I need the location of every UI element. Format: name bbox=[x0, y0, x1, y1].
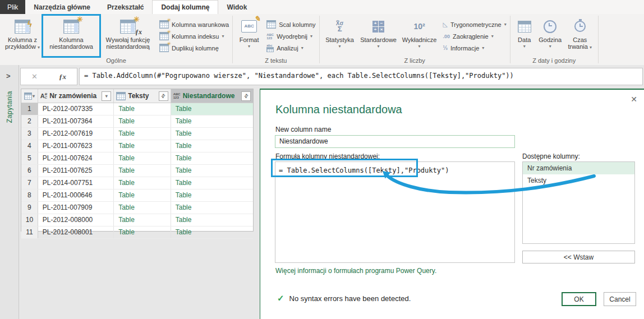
cancel-button[interactable]: Cancel bbox=[604, 292, 636, 306]
cancel-formula-icon[interactable]: ✕ bbox=[31, 72, 38, 81]
parse-button[interactable]: abc Analizuj ▾ bbox=[266, 43, 315, 53]
expand-queries-pane-icon[interactable]: > bbox=[6, 72, 11, 80]
cell-order-id[interactable]: PL-2012-008001 bbox=[38, 226, 114, 238]
tab-home[interactable]: Narzędzia główne bbox=[25, 0, 99, 14]
cell-niestandardowe-table-link[interactable]: Table bbox=[171, 226, 253, 238]
cell-teksty-table-link[interactable]: Table bbox=[114, 103, 171, 115]
queries-pane-label[interactable]: Zapytania bbox=[6, 91, 13, 123]
ok-button[interactable]: OK bbox=[562, 292, 596, 306]
extract-button[interactable]: ABC123 Wyodrębnij ▾ bbox=[266, 31, 315, 41]
available-column-item[interactable]: Nr zamówienia bbox=[523, 162, 634, 174]
cell-niestandardowe-table-link[interactable]: Table bbox=[171, 152, 253, 164]
power-query-help-link[interactable]: Więcej informacji o formułach programu P… bbox=[275, 267, 436, 275]
select-all-button[interactable]: ▾ bbox=[21, 89, 38, 103]
cell-order-id[interactable]: PL-2011-007624 bbox=[38, 152, 114, 164]
cell-niestandardowe-table-link[interactable]: Table bbox=[171, 177, 253, 189]
conditional-column-button[interactable]: ✳ Kolumna warunkowa bbox=[159, 20, 229, 29]
cell-teksty-table-link[interactable]: Table bbox=[114, 152, 171, 164]
filter-button[interactable]: ▾ bbox=[102, 91, 111, 101]
fx-icon[interactable]: ƒx bbox=[59, 72, 66, 81]
row-number[interactable]: 6 bbox=[21, 165, 38, 177]
column-header-niestandardowe[interactable]: ABC123 Niestandardowe ⇄ bbox=[171, 89, 253, 103]
merge-columns-button[interactable]: Scal kolumny bbox=[266, 20, 315, 29]
tab-add-column[interactable]: Dodaj kolumnę bbox=[152, 0, 218, 14]
row-number[interactable]: 5 bbox=[21, 152, 38, 164]
column-from-examples-button[interactable]: ϟ Kolumna z przykładów ▾ bbox=[2, 15, 43, 57]
cell-teksty-table-link[interactable]: Table bbox=[114, 226, 171, 238]
cell-teksty-table-link[interactable]: Table bbox=[114, 165, 171, 177]
row-number[interactable]: 9 bbox=[21, 202, 38, 214]
scientific-button[interactable]: 10² Wykładnicze ▾ bbox=[399, 15, 440, 57]
cell-teksty-table-link[interactable]: Table bbox=[114, 115, 171, 127]
row-number[interactable]: 8 bbox=[21, 189, 38, 201]
available-columns-list[interactable]: Nr zamówieniaTeksty bbox=[522, 161, 635, 244]
rounding-button[interactable]: .00 Zaokrąglenie ▾ bbox=[443, 31, 507, 41]
column-header-nr-zamowienia[interactable]: ABC Nr zamówienia ▾ bbox=[38, 89, 114, 103]
custom-formula-text: = Table.SelectColumns([Teksty],"Produkty… bbox=[279, 167, 449, 174]
date-button[interactable]: Data ▾ bbox=[513, 15, 536, 57]
cell-order-id[interactable]: PL-2011-007625 bbox=[38, 165, 114, 177]
text-type-icon: ABC bbox=[40, 93, 47, 100]
row-number[interactable]: 3 bbox=[21, 128, 38, 140]
duration-button[interactable]: Czas trwania ▾ bbox=[564, 15, 596, 57]
available-column-item[interactable]: Teksty bbox=[523, 174, 634, 187]
cell-order-id[interactable]: PL-2012-008000 bbox=[38, 214, 114, 226]
invoke-custom-function-button[interactable]: ✳ƒx Wywołaj funkcję niestandardową bbox=[100, 15, 156, 57]
table-row: 3PL-2012-007619TableTable bbox=[21, 128, 253, 140]
table-icon bbox=[24, 93, 32, 100]
cell-niestandardowe-table-link[interactable]: Table bbox=[171, 140, 253, 152]
tab-transform[interactable]: Przekształć bbox=[99, 0, 152, 14]
table-row: 8PL-2011-000646TableTable bbox=[21, 189, 253, 202]
row-number[interactable]: 2 bbox=[21, 115, 38, 127]
new-column-name-input[interactable]: Niestandardowe bbox=[275, 135, 515, 148]
cell-teksty-table-link[interactable]: Table bbox=[114, 214, 171, 226]
format-button[interactable]: ABC✎ Format ▾ bbox=[235, 15, 263, 57]
cell-teksty-table-link[interactable]: Table bbox=[114, 140, 171, 152]
row-number[interactable]: 4 bbox=[21, 140, 38, 152]
row-number[interactable]: 11 bbox=[21, 226, 38, 238]
row-number[interactable]: 10 bbox=[21, 214, 38, 226]
cell-niestandardowe-table-link[interactable]: Table bbox=[171, 103, 253, 115]
formula-input[interactable]: = Table.AddColumn(#"Pogrupowano wiersze"… bbox=[79, 68, 643, 85]
information-button[interactable]: ⅓ Informacje ▾ bbox=[443, 43, 507, 53]
insert-button[interactable]: << Wstaw bbox=[522, 251, 635, 263]
trigonometry-button[interactable]: ◺ Trygonometryczne ▾ bbox=[443, 20, 507, 29]
standard-button[interactable]: +−÷× Standardowe ▾ bbox=[358, 15, 399, 57]
table-row: 6PL-2011-007625TableTable bbox=[21, 165, 253, 177]
cell-niestandardowe-table-link[interactable]: Table bbox=[171, 202, 253, 214]
cell-niestandardowe-table-link[interactable]: Table bbox=[171, 128, 253, 140]
duplicate-column-button[interactable]: ✳ Duplikuj kolumnę bbox=[159, 43, 229, 53]
row-number[interactable]: 7 bbox=[21, 177, 38, 189]
custom-column-button[interactable]: ✳ Kolumna niestandardowa bbox=[43, 15, 100, 57]
cell-order-id[interactable]: PL-2011-007623 bbox=[38, 140, 114, 152]
group-label-general: Ogólne bbox=[2, 57, 230, 65]
tab-view[interactable]: Widok bbox=[218, 0, 255, 14]
cell-teksty-table-link[interactable]: Table bbox=[114, 202, 171, 214]
cell-niestandardowe-table-link[interactable]: Table bbox=[171, 165, 253, 177]
row-number[interactable]: 1 bbox=[21, 103, 38, 115]
any-type-icon: ABC123 bbox=[173, 93, 181, 99]
statistics-button[interactable]: X̄σΣ Statystyka ▾ bbox=[322, 15, 358, 57]
cell-order-id[interactable]: PL-2012-007619 bbox=[38, 128, 114, 140]
cell-teksty-table-link[interactable]: Table bbox=[114, 128, 171, 140]
time-button[interactable]: Godzina ▾ bbox=[536, 15, 564, 57]
expand-column-button[interactable]: ⇄ bbox=[241, 91, 251, 101]
group-label-from-text: Z tekstu bbox=[235, 57, 316, 65]
dropdown-arrow-icon: ▾ bbox=[310, 34, 312, 39]
close-icon[interactable]: ✕ bbox=[631, 95, 637, 104]
tab-file[interactable]: Plik bbox=[0, 0, 25, 14]
cell-niestandardowe-table-link[interactable]: Table bbox=[171, 189, 253, 201]
cell-order-id[interactable]: PL-2012-007335 bbox=[38, 103, 114, 115]
cell-order-id[interactable]: PL-2011-007364 bbox=[38, 115, 114, 127]
expand-column-button[interactable]: ⇄ bbox=[159, 91, 168, 101]
custom-formula-input[interactable]: = Table.SelectColumns([Teksty],"Produkty… bbox=[275, 161, 515, 263]
cell-teksty-table-link[interactable]: Table bbox=[114, 189, 171, 201]
index-column-button[interactable]: ✳ Kolumna indeksu ▾ bbox=[159, 31, 229, 41]
cell-niestandardowe-table-link[interactable]: Table bbox=[171, 115, 253, 127]
cell-order-id[interactable]: PL-2011-007909 bbox=[38, 202, 114, 214]
cell-teksty-table-link[interactable]: Table bbox=[114, 177, 171, 189]
cell-order-id[interactable]: PL-2014-007751 bbox=[38, 177, 114, 189]
column-header-teksty[interactable]: Teksty ⇄ bbox=[114, 89, 171, 103]
cell-niestandardowe-table-link[interactable]: Table bbox=[171, 214, 253, 226]
cell-order-id[interactable]: PL-2011-000646 bbox=[38, 189, 114, 201]
